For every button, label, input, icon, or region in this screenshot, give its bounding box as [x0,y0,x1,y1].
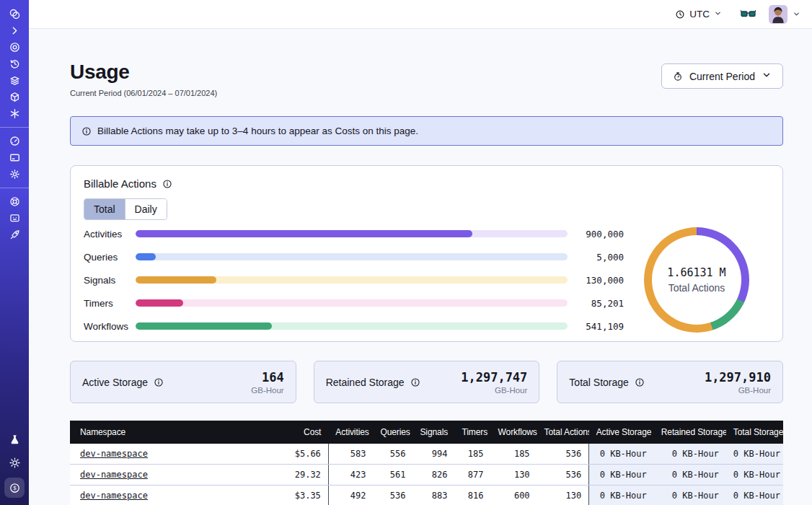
tab-total[interactable]: Total [84,199,125,219]
timezone-selector[interactable]: UTC [675,9,722,19]
column-header-signals: Signals [412,421,454,444]
namespaces-icon[interactable] [4,39,25,56]
info-icon[interactable] [162,179,172,189]
table-header-row: NamespaceCostActivitiesQueriesSignalsTim… [70,421,783,444]
cell-total_storage: 0 KB-Hour [726,444,783,465]
svg-text:$: $ [12,485,16,491]
chevron-down-icon [714,9,722,19]
column-header-active_storage: Active Storage [589,421,654,444]
cell-namespace: dev-namespace [70,486,214,505]
glasses-icon[interactable] [741,9,756,20]
namespace-link[interactable]: dev-namespace [80,491,148,501]
stat-unit: GB-Hour [251,386,283,395]
cell-total_storage: 0 KB-Hour [726,486,783,505]
cell-total_storage: 0 KB-Hour [726,465,783,486]
cell-timers: 877 [455,465,491,486]
bar-label: Signals [84,275,136,286]
cell-cost: $3.35 [214,486,328,505]
cell-signals: 994 [412,444,454,465]
sidebar: $ [0,0,29,505]
total-storage-card: Total Storage 1,297,910 GB-Hour [557,361,783,403]
stat-label: Active Storage [82,377,164,388]
info-icon[interactable] [635,377,645,387]
stat-label-text: Retained Storage [326,377,405,388]
usage-nav-active-button[interactable]: $ [4,478,25,498]
namespace-usage-table: NamespaceCostActivitiesQueriesSignalsTim… [70,421,783,505]
table-row: dev-namespace29.324235618268771305360 KB… [70,465,783,486]
namespace-link[interactable]: dev-namespace [80,449,148,459]
tab-daily[interactable]: Daily [125,199,167,219]
stat-label: Total Storage [569,377,645,388]
bar-chart: Activities 900,000 Queries 5,000 Signals [84,229,624,332]
current-period-subtitle: Current Period (06/01/2024 – 07/01/2024) [70,89,217,97]
temporal-logo-icon[interactable] [4,6,25,22]
stat-unit: GB-Hour [705,386,771,395]
cell-total_actions: 536 [537,444,589,465]
column-header-activities: Activities [328,421,373,444]
bar-track [136,230,568,237]
usage-gauge-icon[interactable] [4,133,25,149]
user-avatar[interactable] [769,5,787,24]
cell-queries: 556 [373,444,412,465]
table-row: dev-namespace$3.354925368838166001300 KB… [70,486,783,505]
info-icon[interactable] [154,377,164,387]
theme-sun-icon[interactable] [4,454,25,471]
bar-label: Timers [84,298,136,309]
support-lifebuoy-icon[interactable] [4,193,25,210]
cell-timers: 816 [455,486,491,505]
bar-value: 900,000 [578,229,624,240]
column-header-workflows: Workflows [491,421,537,444]
billable-actions-title-text: Billable Actions [84,177,156,190]
cell-timers: 185 [455,444,491,465]
timezone-label: UTC [689,9,710,19]
stat-unit: GB-Hour [461,386,527,395]
bar-row-workflows: Workflows 541,109 [84,321,624,332]
total-actions-value: 1.66131 M [667,266,725,279]
history-icon[interactable] [4,56,25,72]
cell-active_storage: 0 KB-Hour [589,465,654,486]
cell-activities: 492 [328,486,373,505]
billing-card-icon[interactable] [4,149,25,166]
cell-workflows: 130 [491,465,537,486]
column-header-namespace: Namespace [70,421,214,444]
cell-activities: 423 [328,465,373,486]
bar-row-queries: Queries 5,000 [84,252,624,263]
page-header: Usage Current Period (06/01/2024 – 07/01… [70,61,783,97]
bar-fill [136,230,472,237]
total-actions-donut: 1.66131 M Total Actions [644,227,749,333]
donut-chart-wrap: 1.66131 M Total Actions [624,227,769,333]
bar-value: 5,000 [578,252,624,263]
layers-icon[interactable] [4,72,25,89]
clock-icon [675,9,685,19]
namespace-link[interactable]: dev-namespace [80,470,148,480]
page-title: Usage [70,61,217,84]
cell-signals: 883 [412,486,454,505]
sidebar-divider [0,188,29,188]
expand-sidebar-icon[interactable] [4,22,25,39]
main-area: UTC Usage Current Period (06/01/2024 – 0… [29,0,812,505]
stat-value: 1,297,910 [705,370,771,385]
sidebar-bottom-group: $ [4,431,25,498]
app-root: $ UTC [0,0,812,505]
bar-label: Activities [84,229,136,240]
cell-queries: 536 [373,486,412,505]
total-actions-label: Total Actions [668,282,725,294]
billable-actions-chart: Activities 900,000 Queries 5,000 Signals [84,227,769,333]
labs-flask-icon[interactable] [4,431,25,448]
cube-icon[interactable] [4,89,25,105]
sidebar-divider [0,127,29,128]
nexus-asterisk-icon[interactable] [4,105,25,122]
feedback-screen-icon[interactable] [4,210,25,227]
chevron-down-icon[interactable] [793,10,800,18]
period-selector-button[interactable]: Current Period [661,63,783,89]
info-icon[interactable] [410,377,420,387]
settings-gear-icon[interactable] [4,166,25,183]
cell-active_storage: 0 KB-Hour [589,444,654,465]
cell-total_actions: 130 [537,486,589,505]
chart-mode-segmented-control: Total Daily [84,198,167,220]
cell-retained_storage: 0 KB-Hour [654,465,726,486]
rocket-icon[interactable] [4,227,25,243]
banner-text: Billable Actions may take up to 3–4 hour… [97,126,418,136]
column-header-queries: Queries [373,421,412,444]
bar-label: Workflows [84,321,136,332]
